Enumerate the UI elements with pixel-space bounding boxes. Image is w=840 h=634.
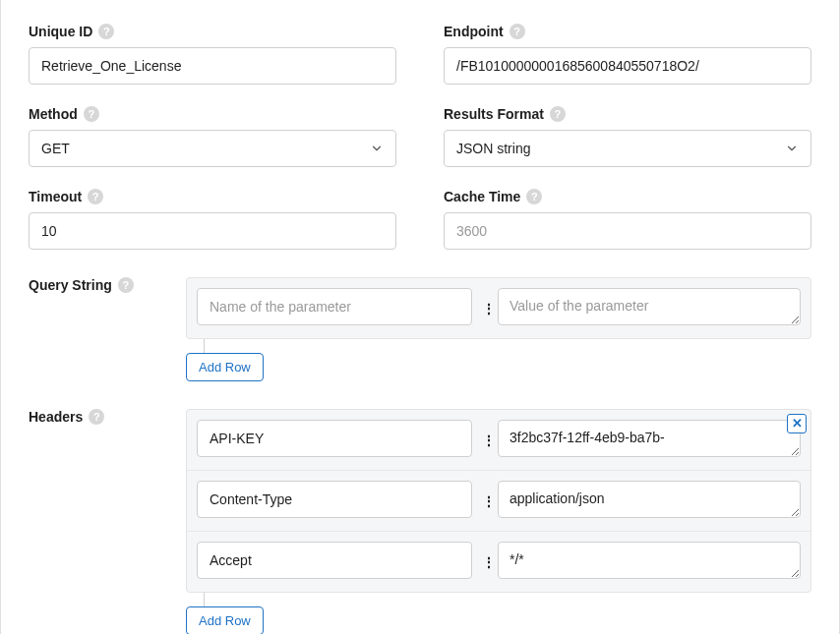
help-icon[interactable]: ? [84,106,99,122]
results-format-label: Results Format ? [444,106,811,122]
results-format-value: JSON string [456,141,530,156]
query-string-row: ⋮ [187,278,810,338]
headers-label-text: Headers [29,409,83,425]
query-string-label: Query String ? [29,277,186,293]
help-icon[interactable]: ? [88,189,103,204]
method-select[interactable]: GET [29,130,396,167]
query-string-label-text: Query String [29,277,112,293]
header-row: ⋮ [187,470,810,531]
param-value-input[interactable] [498,288,801,325]
method-select-value: GET [41,141,70,156]
endpoint-input[interactable] [444,47,811,85]
colon-icon: ⋮ [482,494,488,508]
unique-id-input[interactable] [29,47,396,85]
timeout-label: Timeout ? [29,189,396,204]
colon-icon: ⋮ [482,555,488,569]
header-row: ⋮ [187,531,810,592]
stub-line [204,593,205,606]
endpoint-label: Endpoint ? [444,24,811,39]
header-name-input[interactable] [197,542,472,579]
headers-label: Headers ? [29,409,186,425]
cache-time-input[interactable] [444,212,811,250]
colon-icon: ⋮ [482,433,488,447]
unique-id-label: Unique ID ? [29,24,396,39]
cache-time-label-text: Cache Time [444,189,520,204]
settings-panel: Unique ID ? Endpoint ? Method ? GET [0,0,840,634]
colon-icon: ⋮ [482,302,488,316]
header-name-input[interactable] [197,420,472,457]
row-id-endpoint: Unique ID ? Endpoint ? [29,24,811,85]
header-name-input[interactable] [197,481,472,518]
close-icon[interactable]: ✕ [787,414,807,433]
method-label: Method ? [29,106,396,122]
unique-id-label-text: Unique ID [29,24,92,39]
row-timeout-cache: Timeout ? Cache Time ? [29,189,811,250]
query-string-section: Query String ? ⋮ Add Row [29,277,811,381]
add-row-button[interactable]: Add Row [186,606,264,634]
results-format-label-text: Results Format [444,106,544,122]
cache-time-label: Cache Time ? [444,189,811,204]
help-icon[interactable]: ? [510,24,525,39]
timeout-input[interactable] [29,212,396,250]
results-format-select[interactable]: JSON string [444,130,811,167]
headers-card: ⋮ ✕ ⋮ ⋮ [186,409,811,593]
header-value-input[interactable] [498,542,801,579]
header-value-input[interactable] [498,481,801,518]
row-method-results: Method ? GET Results Format ? JSON strin… [29,106,811,167]
header-row: ⋮ ✕ [187,410,810,470]
method-label-text: Method [29,106,78,122]
timeout-label-text: Timeout [29,189,82,204]
help-icon[interactable]: ? [526,189,542,204]
add-row-button[interactable]: Add Row [186,353,264,381]
help-icon[interactable]: ? [550,106,566,122]
stub-line [204,339,205,353]
help-icon[interactable]: ? [98,24,114,39]
header-value-input[interactable] [498,420,801,457]
help-icon[interactable]: ? [89,409,104,425]
query-string-card: ⋮ [186,277,811,339]
param-name-input[interactable] [197,288,472,325]
help-icon[interactable]: ? [118,277,134,293]
chevron-down-icon [370,142,384,155]
headers-section: Headers ? ⋮ ✕ ⋮ [29,409,811,634]
endpoint-label-text: Endpoint [444,24,504,39]
chevron-down-icon [785,142,799,155]
